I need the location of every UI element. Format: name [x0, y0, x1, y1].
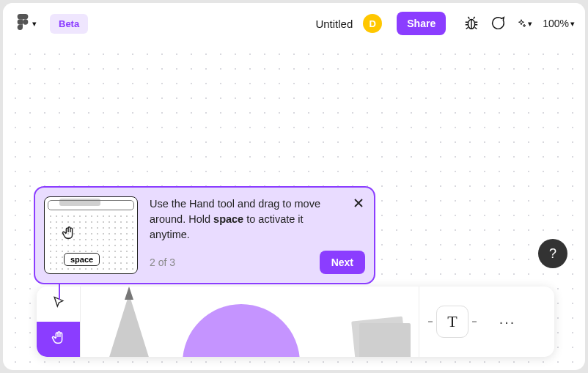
shape-tool-button[interactable]: [177, 287, 305, 357]
zoom-value: 100%: [543, 18, 569, 29]
more-tools-button[interactable]: ···: [485, 287, 529, 357]
sticky-tool-button[interactable]: [305, 287, 419, 357]
coach-illustration: space: [44, 196, 138, 274]
user-avatar[interactable]: D: [363, 14, 382, 33]
figma-logo-icon: [16, 14, 29, 33]
onboarding-coach-tip: space Use the Hand tool and drag to move…: [34, 186, 375, 284]
space-key-label: space: [64, 253, 100, 266]
pencil-icon: [107, 294, 151, 357]
figma-menu-button[interactable]: ▾: [13, 10, 40, 37]
bottom-toolbar: T ···: [37, 287, 554, 357]
header-actions: ▾ 100% ▾: [463, 15, 575, 32]
circle-shape-icon: [183, 304, 300, 357]
pencil-tool-button[interactable]: [81, 287, 177, 357]
hand-tool-button[interactable]: [37, 322, 80, 357]
hand-icon: [61, 225, 77, 244]
chevron-down-icon: ▾: [32, 19, 37, 29]
chevron-down-icon: ▾: [570, 19, 575, 29]
chevron-down-icon: ▾: [528, 19, 532, 29]
comment-icon[interactable]: [490, 15, 506, 32]
sparkle-icon[interactable]: ▾: [516, 15, 532, 32]
help-fab-button[interactable]: ?: [538, 239, 567, 268]
beta-badge: Beta: [50, 14, 88, 34]
coach-next-button[interactable]: Next: [320, 251, 365, 274]
bug-icon[interactable]: [463, 15, 479, 32]
hand-icon: [51, 330, 67, 349]
coach-step-counter: 2 of 3: [150, 256, 175, 268]
document-title[interactable]: Untitled: [315, 18, 353, 30]
app-window: ▾ Beta Untitled D Share ▾: [3, 3, 585, 370]
share-button[interactable]: Share: [397, 12, 446, 35]
header-bar: ▾ Beta Untitled D Share ▾: [3, 3, 585, 44]
zoom-control[interactable]: 100% ▾: [543, 18, 575, 29]
text-icon: T: [436, 306, 468, 338]
coach-tip-text: Use the Hand tool and drag to move aroun…: [150, 196, 365, 243]
text-tool-button[interactable]: T: [419, 287, 485, 357]
close-button[interactable]: [350, 195, 367, 211]
